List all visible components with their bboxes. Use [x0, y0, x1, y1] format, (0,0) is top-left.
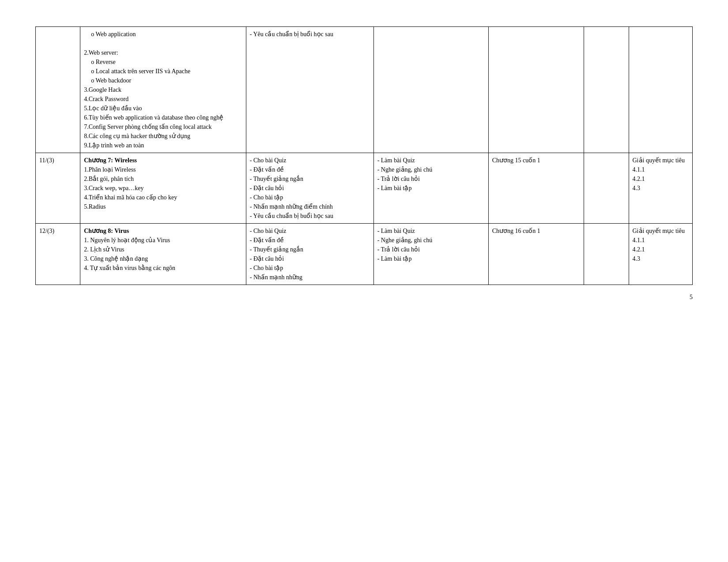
- note-cell: [584, 153, 629, 224]
- page-container: o Web application 2.Web server: o Revers…: [35, 26, 693, 301]
- content-line: 2. Lịch sử Virus: [84, 245, 242, 254]
- content-cell: Chương 7: Wireless 1.Phân loại Wireless …: [80, 153, 246, 224]
- note-cell: [584, 224, 629, 285]
- content-line: o Web application: [91, 30, 242, 39]
- note-cell: [584, 27, 629, 153]
- content-line: o Local attack trên server IIS và Apache: [91, 67, 242, 76]
- content-text: Web backdoor: [95, 77, 131, 84]
- activity-line: - Làm bài Quiz: [377, 156, 485, 165]
- objective-line: 4.1.1: [633, 165, 689, 174]
- content-line: 7.Config Server phòng chống tấn công loc…: [84, 122, 242, 131]
- objective-line: Giải quyết mục tiêu: [633, 226, 689, 236]
- session-cell: 12/(3): [36, 224, 80, 285]
- table-row: 11/(3) Chương 7: Wireless 1.Phân loại Wi…: [36, 153, 693, 224]
- content-line: 9.Lập trình web an toàn: [84, 141, 242, 150]
- content-line: 5.Radius: [84, 202, 242, 211]
- content-line: 4. Tự xuất bản virus bằng các ngôn: [84, 263, 242, 273]
- method-line: - Thuyết giảng ngắn: [250, 174, 370, 184]
- method-line: - Cho bài Quiz: [250, 156, 370, 165]
- content-line: 3. Công nghệ nhận dạng: [84, 254, 242, 263]
- activity-line: - Làm bài tập: [377, 254, 485, 263]
- content-line: 3.Crack wep, wpa…key: [84, 184, 242, 193]
- curriculum-table: o Web application 2.Web server: o Revers…: [35, 26, 693, 285]
- objective-line: 4.1.1: [633, 236, 689, 245]
- session-cell: 11/(3): [36, 153, 80, 224]
- objective-line: 4.3: [633, 184, 689, 193]
- content-line: 5.Lọc dữ liệu đầu vào: [84, 104, 242, 113]
- method-line: - Yêu cầu chuẩn bị buổi học sau: [250, 211, 370, 221]
- objective-line: Giải quyết mục tiêu: [633, 156, 689, 165]
- content-cell: o Web application 2.Web server: o Revers…: [80, 27, 246, 153]
- content-line: 1. Nguyên lý hoạt động của Virus: [84, 236, 242, 245]
- method-cell: - Cho bài Quiz - Đặt vấn đề - Thuyết giả…: [246, 153, 373, 224]
- content-line: 4.Crack Password: [84, 94, 242, 104]
- method-line: - Nhấn mạnh những điểm chính: [250, 202, 370, 211]
- activity-line: - Nghe giảng, ghi chú: [377, 165, 485, 174]
- content-text: Reverse: [96, 59, 116, 65]
- resource-cell: Chương 16 cuốn 1: [488, 224, 584, 285]
- method-line: - Cho bài tập: [250, 193, 370, 202]
- page-number: 5: [35, 294, 693, 301]
- activity-cell: [373, 27, 488, 153]
- content-line: 8.Các công cụ mà hacker thường sử dụng: [84, 131, 242, 141]
- method-cell: - Yêu cầu chuẩn bị buổi học sau: [246, 27, 373, 153]
- method-line: - Đặt câu hỏi: [250, 254, 370, 263]
- activity-line: - Làm bài Quiz: [377, 226, 485, 236]
- objective-cell: [629, 27, 693, 153]
- method-line: - Yêu cầu chuẩn bị buổi học sau: [250, 30, 370, 39]
- method-line: - Đặt vấn đề: [250, 236, 370, 245]
- objective-line: 4.2.1: [633, 245, 689, 254]
- page-number-text: 5: [690, 294, 693, 300]
- objective-cell: Giải quyết mục tiêu 4.1.1 4.2.1 4.3: [629, 224, 693, 285]
- chapter-heading: Chương 8: Virus: [84, 226, 242, 236]
- activity-line: - Trả lời câu hỏi: [377, 245, 485, 254]
- table-row: o Web application 2.Web server: o Revers…: [36, 27, 693, 153]
- content-line: o Reverse: [91, 57, 242, 67]
- content-line: 3.Google Hack: [84, 85, 242, 94]
- method-line: - Cho bài tập: [250, 263, 370, 273]
- activity-cell: - Làm bài Quiz - Nghe giảng, ghi chú - T…: [373, 153, 488, 224]
- content-line: 2.Web server:: [84, 48, 242, 57]
- objective-cell: Giải quyết mục tiêu 4.1.1 4.2.1 4.3: [629, 153, 693, 224]
- resource-cell: [488, 27, 584, 153]
- method-line: - Đặt câu hỏi: [250, 184, 370, 193]
- activity-cell: - Làm bài Quiz - Nghe giảng, ghi chú - T…: [373, 224, 488, 285]
- method-line: - Đặt vấn đề: [250, 165, 370, 174]
- activity-line: - Làm bài tập: [377, 184, 485, 193]
- table-row: 12/(3) Chương 8: Virus 1. Nguyên lý hoạt…: [36, 224, 693, 285]
- content-line: 6.Tùy biến web application và database t…: [84, 113, 242, 122]
- method-line: - Thuyết giảng ngắn: [250, 245, 370, 254]
- method-line: - Cho bài Quiz: [250, 226, 370, 236]
- activity-line: - Nghe giảng, ghi chú: [377, 236, 485, 245]
- session-cell: [36, 27, 80, 153]
- content-line: 2.Bắt gói, phân tích: [84, 174, 242, 184]
- resource-cell: Chương 15 cuốn 1: [488, 153, 584, 224]
- method-line: - Nhấn mạnh những: [250, 273, 370, 282]
- method-cell: - Cho bài Quiz - Đặt vấn đề - Thuyết giả…: [246, 224, 373, 285]
- content-text: Local attack trên server IIS và Apache: [96, 68, 191, 75]
- content-line: o Web backdoor: [91, 76, 242, 85]
- content-line: 4.Triển khai mã hóa cao cấp cho key: [84, 193, 242, 202]
- objective-line: 4.2.1: [633, 174, 689, 184]
- objective-line: 4.3: [633, 254, 689, 263]
- content-cell: Chương 8: Virus 1. Nguyên lý hoạt động c…: [80, 224, 246, 285]
- content-text: Web application: [95, 31, 136, 37]
- chapter-heading: Chương 7: Wireless: [84, 156, 242, 165]
- content-line: 1.Phân loại Wireless: [84, 165, 242, 174]
- activity-line: - Trả lời câu hỏi: [377, 174, 485, 184]
